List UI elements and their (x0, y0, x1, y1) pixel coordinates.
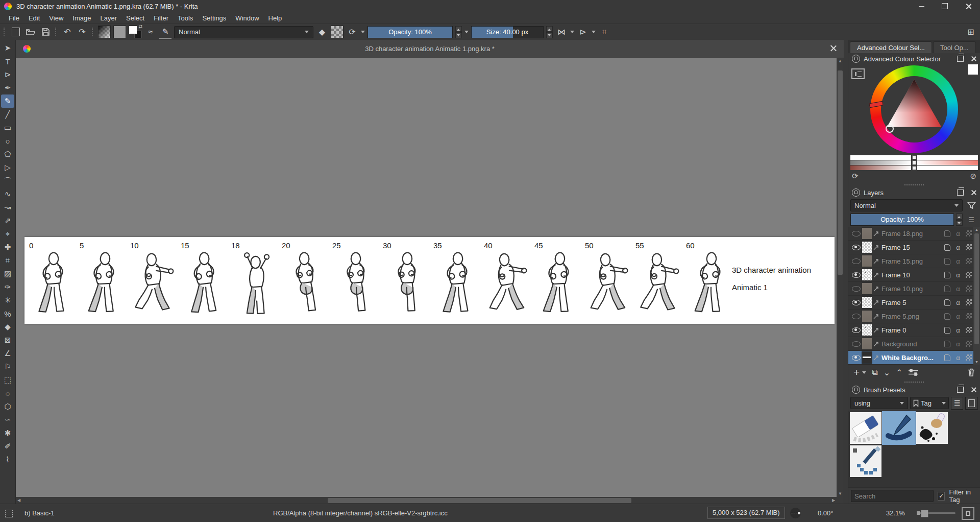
brush-preset-eraser-circle[interactable] (850, 412, 881, 444)
similar-color-select-tool[interactable]: ✱ (1, 426, 14, 440)
scroll-down-icon[interactable]: ▼ (973, 359, 980, 365)
transform-tool[interactable]: ⌖ (1, 227, 14, 241)
toolbar-grip[interactable] (55, 28, 58, 36)
lock-icon[interactable] (943, 243, 952, 252)
elliptical-select-tool[interactable]: ◌ (1, 387, 14, 400)
layer-list-scrollbar[interactable]: ▲ ▼ (973, 227, 980, 365)
text-tool[interactable]: T (1, 55, 14, 68)
rectangular-select-tool[interactable]: ⬚ (1, 373, 14, 387)
new-document-button[interactable] (10, 26, 22, 38)
color-sampler-tool[interactable]: ✑ (1, 280, 14, 294)
color-selector-header[interactable]: Advanced Colour Selector (848, 53, 980, 64)
layer-opacity-slider[interactable]: Opacity: 100% (850, 213, 954, 226)
inherit-alpha-icon[interactable] (964, 312, 973, 321)
document-close-button[interactable] (829, 44, 838, 53)
layer-row[interactable]: Frame 10.png α (848, 282, 980, 296)
chevron-down-icon[interactable] (361, 31, 365, 35)
scroll-up-icon[interactable]: ▲ (973, 227, 980, 232)
menu-item[interactable]: Image (68, 13, 95, 23)
shade-column-left[interactable] (850, 155, 911, 170)
brush-preset-splatter-brush[interactable] (916, 412, 948, 444)
tag-filter-select[interactable]: Tag (910, 397, 949, 409)
inherit-alpha-icon[interactable] (964, 353, 973, 362)
menu-item[interactable]: File (4, 13, 24, 23)
filter-in-tag-checkbox[interactable] (938, 492, 945, 501)
spin-up-icon[interactable] (455, 26, 462, 32)
float-docker-icon[interactable] (957, 56, 964, 62)
chevron-down-icon[interactable] (464, 31, 469, 35)
alpha-lock-icon[interactable]: α (953, 325, 963, 335)
layer-filter-button[interactable] (965, 199, 978, 211)
docker-lock-icon[interactable] (852, 386, 860, 394)
layer-row[interactable]: Frame 10 α (848, 268, 980, 282)
layer-row[interactable]: Frame 18.png α (848, 227, 980, 241)
menu-item[interactable]: Help (264, 13, 287, 23)
scroll-down-icon[interactable]: ▼ (837, 491, 844, 497)
menu-item[interactable]: Tools (173, 13, 198, 23)
lock-icon[interactable] (943, 256, 952, 266)
layer-row[interactable]: Frame 5 α (848, 296, 980, 310)
polygonal-select-tool[interactable]: ⬡ (1, 400, 14, 413)
selection-mode-icon[interactable] (5, 510, 13, 517)
menu-item[interactable]: Filter (149, 13, 173, 23)
lock-icon[interactable] (943, 339, 952, 348)
alpha-lock-icon[interactable]: α (953, 339, 963, 348)
lock-icon[interactable] (943, 229, 952, 238)
close-button[interactable] (957, 0, 980, 12)
visibility-toggle[interactable] (850, 272, 862, 278)
inherit-alpha-icon[interactable] (964, 325, 973, 335)
spin-up-icon[interactable] (546, 26, 553, 32)
inherit-alpha-icon[interactable] (964, 270, 973, 279)
alpha-lock-icon[interactable]: α (953, 256, 963, 266)
duplicate-layer-button[interactable]: ⧉ (872, 368, 877, 377)
bezier-curve-tool[interactable]: ⌒ (1, 174, 14, 187)
layer-opacity-spinner[interactable] (956, 213, 963, 226)
zoom-slider[interactable] (917, 512, 955, 514)
eraser-mode-button[interactable]: ◆ (316, 26, 328, 38)
gradient-chooser[interactable] (98, 26, 111, 38)
mirror-horizontal-button[interactable]: ⋈ (555, 26, 568, 38)
maximize-button[interactable] (933, 0, 957, 12)
alpha-lock-icon[interactable]: α (953, 243, 963, 252)
zoom-slider-thumb[interactable] (921, 510, 928, 517)
docker-lock-icon[interactable] (852, 55, 860, 63)
layer-row[interactable]: White Backgro... α (848, 351, 980, 365)
preset-list-view-button[interactable]: ☰ (951, 397, 964, 410)
magnetic-select-tool[interactable]: ⌇ (1, 453, 14, 466)
edit-brush-settings-button[interactable]: ✎ (159, 26, 172, 39)
horizontal-scroll-thumb[interactable] (328, 498, 631, 503)
add-layer-dropdown-icon[interactable] (862, 371, 866, 376)
minimize-button[interactable] (910, 0, 933, 12)
vertical-scrollbar[interactable]: ▲ ▼ (837, 58, 844, 497)
menu-item[interactable]: View (44, 13, 68, 23)
bezier-select-tool[interactable]: ✐ (1, 440, 14, 453)
visibility-toggle[interactable] (850, 314, 862, 319)
polyline-tool[interactable]: ▷ (1, 161, 14, 174)
freehand-brush-tool[interactable]: ✎ (1, 94, 14, 108)
shade-column-right[interactable] (917, 155, 978, 170)
layer-options-menu-button[interactable]: ☰ (965, 213, 978, 226)
colorize-mask-tool[interactable]: % (1, 307, 14, 320)
brush-preset-pixel-pen[interactable] (850, 445, 881, 477)
docker-drag-handle[interactable] (848, 183, 980, 187)
move-layer-down-button[interactable]: ⌄ (884, 368, 890, 377)
freehand-path-tool[interactable]: ∿ (1, 187, 14, 201)
scroll-up-icon[interactable]: ▲ (837, 58, 844, 64)
dynamic-brush-tool[interactable]: ↝ (1, 201, 14, 214)
move-layer-up-button[interactable]: ⌃ (896, 368, 902, 377)
multibrush-tool[interactable]: ⇗ (1, 214, 14, 227)
undo-button[interactable]: ↶ (61, 26, 74, 38)
layer-row[interactable]: Frame 15 α (848, 241, 980, 254)
visibility-toggle[interactable] (850, 258, 862, 264)
crop-tool[interactable]: ⌗ (1, 254, 14, 267)
vertical-scroll-thumb[interactable] (838, 70, 843, 275)
choose-workspace-button[interactable]: ⊞ (965, 26, 977, 38)
visibility-toggle[interactable] (850, 327, 862, 333)
visibility-toggle[interactable] (850, 231, 862, 236)
brush-search-input[interactable] (851, 490, 934, 502)
reload-preset-button[interactable]: ⟳ (346, 26, 358, 38)
gradient-editor-button[interactable]: ≈ (144, 26, 157, 38)
visibility-toggle[interactable] (850, 286, 862, 292)
mirror-vertical-button[interactable]: ⊳ (577, 26, 589, 38)
update-color-icon[interactable]: ⟳ (852, 172, 859, 181)
